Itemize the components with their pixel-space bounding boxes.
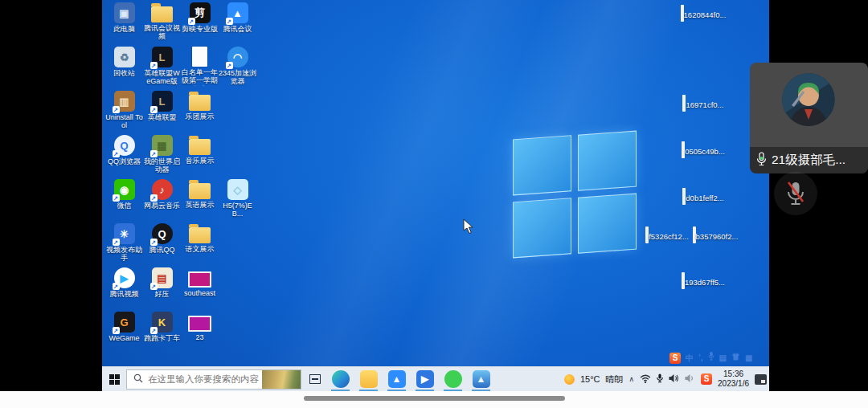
desktop-icon[interactable]: ◉ 微信 (105, 179, 143, 223)
desktop-file[interactable]: d0b1feff2... (678, 190, 729, 204)
desktop-icon-label: 我的世界启动器 (143, 157, 182, 174)
desktop-icon[interactable]: ♻ 回收站 (105, 47, 143, 91)
search-highlight-image[interactable] (262, 369, 301, 390)
desktop-icon-label: 白名单一年级第一学期期末 (181, 68, 219, 86)
desktop-icon[interactable]: 语文展示 (181, 223, 219, 267)
network-wifi-icon[interactable] (640, 374, 651, 385)
taskbar-app-wechat[interactable] (444, 370, 462, 389)
desktop-icon-image: L (152, 91, 173, 112)
soft-keyboard-icon[interactable]: ▤ (719, 353, 727, 364)
desktop-icon[interactable]: ✳ 视频发布助手 (105, 223, 143, 267)
desktop-icon-image (189, 139, 211, 155)
taskbar-app-icon: ▲ (473, 370, 490, 388)
desktop-icon[interactable]: ▶ 腾讯视频 (105, 267, 143, 312)
desktop-icon[interactable]: L 英雄联盟 (143, 91, 181, 135)
file-name-label: 1620844f0... (684, 10, 727, 19)
desktop-icon-image: ♻ (114, 47, 135, 67)
desktop-icon[interactable]: G WeGame (105, 312, 143, 356)
desktop-icon-label: 23 (181, 333, 219, 341)
desktop-icon[interactable]: 腾讯会议视频 (143, 2, 181, 47)
sogou-tray-icon[interactable]: S (701, 373, 712, 385)
desktop-file[interactable]: 0505c49b... (678, 143, 729, 157)
desktop-icon[interactable]: ♪ 网易云音乐 (143, 179, 181, 223)
desktop-icon[interactable]: ◇ H5(7%)EB... (219, 179, 256, 223)
file-name-label: b357960f2... (696, 232, 739, 241)
taskbar-app-video-player[interactable]: ▶ (416, 370, 434, 389)
desktop-icon-image: ◠ (227, 47, 248, 67)
start-button[interactable] (102, 367, 126, 392)
weather-sun-icon[interactable] (564, 374, 575, 385)
desktop-icon[interactable]: Q 腾讯QQ (143, 223, 181, 267)
file-name-label: 16971cf0... (686, 100, 723, 109)
desktop-icon[interactable]: K 跑跑卡丁车 (143, 312, 181, 356)
desktop-file[interactable]: 1620844f0... (678, 6, 729, 21)
weather-temperature[interactable]: 15°C (580, 374, 600, 384)
desktop-icon-image: L (152, 47, 173, 67)
desktop-icon-image (192, 47, 207, 67)
desktop-icon[interactable]: ◠ 2345加速浏览器 (219, 47, 256, 91)
taskbar-app-photos[interactable]: ▲ (472, 370, 490, 389)
taskbar-clock[interactable]: 15:36 2023/1/6 (718, 369, 749, 390)
desktop-file[interactable]: f5326cf12... (641, 228, 693, 243)
desktop-icon[interactable]: 23 (181, 312, 219, 356)
desktop-icon-image: ▲ (227, 2, 248, 23)
desktop-file[interactable]: 16971cf0... (678, 96, 729, 111)
desktop-icon-label: 英语展示 (181, 201, 219, 209)
toolbox-grid-icon[interactable]: ▦ (745, 353, 752, 364)
taskbar-app-icon: ▲ (388, 370, 406, 388)
weather-condition[interactable]: 晴朗 (605, 373, 623, 386)
desktop-icon[interactable]: ▥ Uninstall Tool (105, 91, 143, 135)
desktop-icon-image: 剪 (190, 2, 211, 23)
desktop-icon-label: 微信 (105, 202, 144, 210)
desktop-icon-grid: ▣ 此电脑 腾讯会议视频 剪 剪映专业版 ▲ 腾讯会议 ♻ 回收站 L 英雄联盟… (105, 2, 256, 356)
taskbar-app-tencent-meeting[interactable]: ▲ (387, 370, 406, 389)
desktop-icon[interactable]: Q QQ浏览器 (105, 135, 143, 179)
microphone-tray-icon[interactable] (657, 373, 663, 385)
desktop-icon[interactable]: 音乐展示 (181, 135, 219, 179)
desktop-icon[interactable]: L 英雄联盟WeGame版 (143, 47, 181, 91)
search-input[interactable] (148, 374, 262, 384)
desktop-icon-image: ▦ (152, 135, 173, 156)
taskbar-app-file-explorer[interactable] (359, 370, 378, 389)
file-name-label: d0b1feff2... (686, 194, 723, 202)
taskbar-app-edge[interactable] (331, 370, 350, 389)
skin-shirt-icon[interactable] (731, 353, 740, 364)
input-mode-chinese-icon[interactable]: 中 (686, 353, 694, 364)
desktop-file[interactable]: 193d67ff5... (678, 274, 729, 288)
desktop-icon[interactable]: ▤ 好压 (143, 267, 181, 312)
taskbar-app-icon (444, 370, 462, 388)
system-tray: 15°C 晴朗 ∧ S 15:36 2023/1/6 (564, 369, 769, 390)
desktop-icon-label: 英雄联盟WeGame版 (143, 69, 182, 86)
desktop-file[interactable]: b357960f2... (690, 228, 741, 243)
desktop-icon[interactable]: ▦ 我的世界启动器 (143, 135, 181, 179)
desktop-icon[interactable]: 英语展示 (181, 179, 219, 223)
taskbar: ▲ ▶ ▲ 15°C 晴朗 ∧ (102, 366, 769, 391)
punctuation-mode-icon[interactable]: ’, (698, 353, 703, 364)
desktop-icon[interactable]: 白名单一年级第一学期期末 (181, 47, 219, 91)
desktop-icon-image (151, 6, 173, 22)
windows-wallpaper-logo (513, 131, 637, 259)
task-view-button[interactable] (309, 374, 321, 384)
desktop-icon-image: ◇ (227, 179, 248, 200)
touch-keyboard-icon[interactable] (755, 374, 767, 385)
desktop-icon[interactable]: 剪 剪映专业版 (181, 2, 219, 47)
horizontal-scrollbar[interactable] (304, 396, 565, 401)
voice-input-icon[interactable] (708, 352, 714, 364)
desktop-icon-image: Q (152, 223, 173, 244)
sogou-logo-icon[interactable]: S (669, 353, 681, 364)
desktop-icon[interactable]: southeast (181, 267, 219, 312)
desktop-icon[interactable]: ▣ 此电脑 (105, 2, 143, 47)
desktop-icon-label: 视频发布助手 (105, 246, 144, 263)
hidden-icons-chevron[interactable]: ∧ (628, 375, 634, 383)
desktop-icon-label: 腾讯QQ (143, 246, 182, 254)
participant-video-tile[interactable]: 21级摄部毛... (750, 63, 868, 173)
speaker-volume-icon[interactable] (669, 373, 679, 385)
device-speaker-icon[interactable] (685, 373, 695, 385)
microphone-muted-button[interactable] (774, 172, 817, 215)
desktop-icon[interactable]: 乐团展示 (181, 91, 219, 135)
taskbar-search-box[interactable] (126, 369, 301, 390)
desktop-icon-label: H5(7%)EB... (219, 202, 257, 218)
desktop-icon-label: 乐团展示 (181, 112, 219, 120)
desktop-icon[interactable]: ▲ 腾讯会议 (219, 2, 256, 47)
desktop-icon-label: southeast (181, 289, 219, 297)
